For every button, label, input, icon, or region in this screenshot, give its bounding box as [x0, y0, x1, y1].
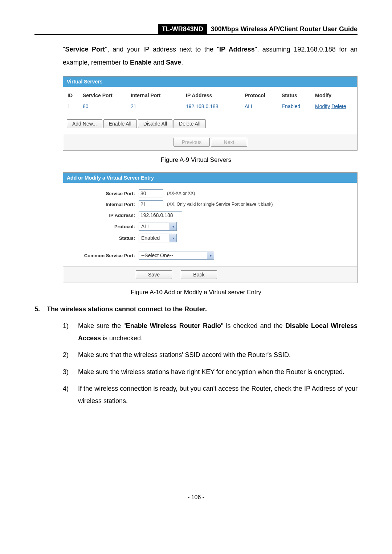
- csp-select-value: --Select One--: [139, 253, 207, 258]
- virtual-servers-table: ID Service Port Internal Port IP Address…: [65, 90, 355, 111]
- label-ip-address: IP Address:: [66, 213, 139, 218]
- sub-list: 1) Make sure the "Enable Wireless Router…: [63, 320, 358, 407]
- label-protocol: Protocol:: [66, 224, 139, 229]
- chevron-down-icon: ▾: [170, 223, 176, 230]
- enable-all-button[interactable]: Enable All: [103, 119, 137, 128]
- delete-link[interactable]: Delete: [331, 103, 346, 109]
- delete-all-button[interactable]: Delete All: [173, 119, 206, 128]
- status-select[interactable]: Enabled ▾: [139, 234, 177, 242]
- th-service-port: Service Port: [81, 90, 128, 101]
- page-number: - 106 -: [34, 494, 358, 501]
- chevron-down-icon: ▾: [207, 252, 214, 259]
- table-row: 1 80 21 192.168.0.188 ALL Enabled Modify…: [65, 101, 355, 111]
- label-common-service-port: Common Service Port:: [66, 253, 139, 258]
- th-ip-address: IP Address: [184, 90, 242, 101]
- th-id: ID: [65, 90, 81, 101]
- list-item: 4) If the wireless connection is ready, …: [63, 382, 358, 407]
- save-button[interactable]: Save: [136, 270, 172, 279]
- panel-title-add-modify: Add or Modify a Virtual Server Entry: [63, 173, 357, 183]
- virtual-servers-panel: Virtual Servers ID Service Port Internal…: [63, 76, 358, 151]
- action-button-row: Add New... Enable All Disable All Delete…: [65, 119, 355, 128]
- figure-a9-caption: Figure A-9 Virtual Servers: [34, 156, 358, 164]
- protocol-select-value: ALL: [139, 223, 170, 229]
- td-internal-port: 21: [128, 101, 184, 111]
- td-ip-address: 192.168.0.188: [184, 101, 242, 111]
- th-status: Status: [279, 90, 313, 101]
- page-header: TL-WR843ND 300Mbps Wireless AP/Client Ro…: [34, 25, 358, 35]
- td-service-port: 80: [81, 101, 128, 111]
- service-port-input[interactable]: [139, 189, 163, 197]
- header-title: 300Mbps Wireless AP/Client Router User G…: [209, 25, 358, 33]
- modify-link[interactable]: Modify: [315, 103, 330, 109]
- protocol-select[interactable]: ALL ▾: [139, 222, 177, 231]
- common-service-port-select[interactable]: --Select One-- ▾: [139, 251, 214, 260]
- list-item: 1) Make sure the "Enable Wireless Router…: [63, 320, 358, 344]
- chevron-down-icon: ▾: [170, 234, 176, 242]
- previous-button[interactable]: Previous: [173, 138, 210, 147]
- section-5-heading: 5. The wireless stations cannot connect …: [34, 305, 358, 313]
- save-back-row: Save Back: [63, 266, 357, 283]
- label-status: Status:: [66, 235, 139, 241]
- internal-port-input[interactable]: [139, 200, 163, 208]
- panel-title-virtual-servers: Virtual Servers: [63, 77, 357, 87]
- list-item: 2) Make sure that the wireless stations'…: [63, 349, 358, 361]
- table-header-row: ID Service Port Internal Port IP Address…: [65, 90, 355, 101]
- td-protocol: ALL: [242, 101, 279, 111]
- td-id: 1: [65, 101, 81, 111]
- hint-service-port: (XX-XX or XX): [163, 191, 195, 196]
- next-button[interactable]: Next: [211, 138, 247, 147]
- th-modify: Modify: [313, 90, 355, 101]
- hint-internal-port: (XX, Only valid for single Service Port …: [163, 202, 273, 207]
- pager-row: Previous Next: [63, 134, 357, 150]
- model-label: TL-WR843ND: [158, 24, 207, 34]
- td-modify: Modify Delete: [313, 101, 355, 111]
- add-new-button[interactable]: Add New...: [67, 119, 102, 128]
- label-internal-port: Internal Port:: [66, 202, 139, 207]
- label-service-port: Service Port:: [66, 191, 139, 196]
- status-select-value: Enabled: [139, 235, 170, 241]
- figure-a10-caption: Figure A-10 Add or Modify a Virtual serv…: [34, 289, 358, 296]
- disable-all-button[interactable]: Disable All: [138, 119, 172, 128]
- ip-address-input[interactable]: [139, 211, 182, 219]
- th-internal-port: Internal Port: [128, 90, 184, 101]
- td-status: Enabled: [279, 101, 313, 111]
- th-protocol: Protocol: [242, 90, 279, 101]
- intro-paragraph: "Service Port", and your IP address next…: [63, 43, 358, 69]
- list-item: 3) Make sure the wireless stations have …: [63, 366, 358, 378]
- back-button[interactable]: Back: [181, 270, 217, 279]
- add-modify-panel: Add or Modify a Virtual Server Entry Ser…: [63, 172, 358, 283]
